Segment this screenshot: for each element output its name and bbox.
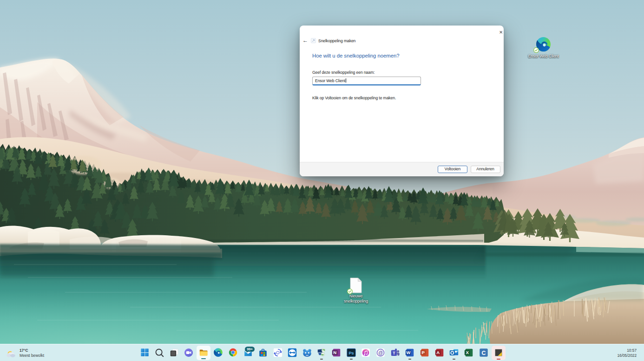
svg-text:X: X xyxy=(466,350,469,355)
svg-text:W: W xyxy=(406,350,411,355)
svg-text:C: C xyxy=(481,349,486,356)
svg-text:P: P xyxy=(421,350,425,355)
svg-text:@: @ xyxy=(378,350,382,355)
svg-text:N: N xyxy=(333,350,336,355)
svg-text:Ps: Ps xyxy=(348,351,354,355)
svg-text:T: T xyxy=(393,351,395,355)
svg-text:A: A xyxy=(436,350,440,355)
